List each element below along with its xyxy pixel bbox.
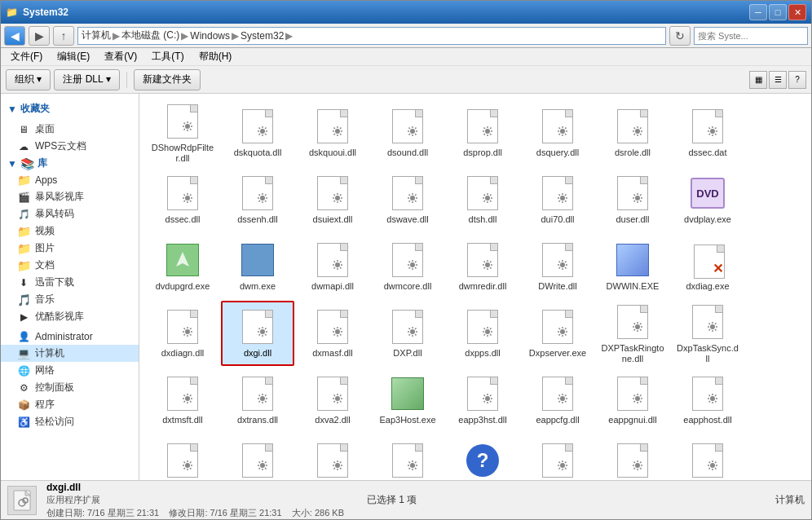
file-item[interactable]: duser.dll <box>596 167 669 232</box>
up-button[interactable]: ↑ <box>53 26 74 46</box>
file-item[interactable]: DShowRdpFilter.dll <box>146 100 219 165</box>
programs-icon: 📦 <box>17 399 30 412</box>
close-button[interactable]: ✕ <box>788 4 806 20</box>
sidebar-item-desktop[interactable]: 🖥 桌面 <box>1 121 139 138</box>
file-item[interactable]: dui70.dll <box>521 167 594 232</box>
file-item[interactable]: ✕ dxdiag.exe <box>671 234 744 299</box>
file-icon <box>313 240 352 280</box>
file-item[interactable]: EAPQEC.DLL <box>221 434 294 480</box>
file-item[interactable]: ? EDIT.HLP <box>446 434 519 480</box>
maximize-button[interactable]: □ <box>769 4 787 20</box>
file-item[interactable]: edlin.exe <box>521 434 594 480</box>
file-item[interactable]: efsadu.dll <box>596 434 669 480</box>
file-item[interactable]: dxpps.dll <box>446 301 519 366</box>
sidebar-item-programs[interactable]: 📦 程序 <box>1 396 139 413</box>
path-part-1[interactable]: 计算机 <box>82 29 111 42</box>
file-item[interactable]: dsprop.dll <box>446 100 519 165</box>
forward-button[interactable]: ▶ <box>29 26 50 46</box>
sidebar-music-label: 音乐 <box>35 293 55 306</box>
file-item[interactable]: dswave.dll <box>371 167 444 232</box>
svg-point-8 <box>185 196 190 201</box>
file-item[interactable]: DVD dvdplay.exe <box>671 167 744 232</box>
new-folder-button[interactable]: 新建文件夹 <box>134 69 201 90</box>
address-path[interactable]: 计算机 ▶ 本地磁盘 (C:) ▶ Windows ▶ System32 ▶ <box>77 27 666 45</box>
minimize-button[interactable]: ─ <box>749 4 767 20</box>
file-item[interactable]: dxdiagn.dll <box>146 301 219 366</box>
file-item[interactable]: DXP.dll <box>371 301 444 366</box>
file-item[interactable]: dwm.exe <box>221 234 294 299</box>
file-item[interactable]: dssec.dll <box>146 167 219 232</box>
sidebar-item-accessibility[interactable]: ♿ 轻松访问 <box>1 413 139 430</box>
sidebar-item-youku[interactable]: ▶ 优酷影视库 <box>1 308 139 325</box>
view-icon-button[interactable]: ▦ <box>749 71 767 89</box>
file-item[interactable]: eapphost.dll <box>671 368 744 433</box>
file-item[interactable]: eapp3hst.dll <box>446 368 519 433</box>
file-item[interactable]: eappcfg.dll <box>521 368 594 433</box>
file-item[interactable]: dxmasf.dll <box>296 301 369 366</box>
file-item[interactable]: eapsvc.dll <box>296 434 369 480</box>
path-part-4[interactable]: System32 <box>241 30 284 42</box>
sidebar-item-downloads[interactable]: ⬇ 迅雷下载 <box>1 274 139 291</box>
refresh-button[interactable]: ↻ <box>669 26 691 46</box>
wps-icon: ☁ <box>17 140 30 153</box>
file-item[interactable]: DWWIN.EXE <box>596 234 669 299</box>
file-item[interactable]: dssenh.dll <box>221 167 294 232</box>
view-list-button[interactable]: ☰ <box>769 71 787 89</box>
file-item[interactable]: dxgi.dll <box>221 301 294 366</box>
file-item[interactable]: Eap3Host.exe <box>371 368 444 433</box>
file-name: DXP.dll <box>393 348 421 359</box>
sidebar-item-documents[interactable]: 📁 文档 <box>1 257 139 274</box>
file-item[interactable]: dxtmsft.dll <box>146 368 219 433</box>
menu-tools[interactable]: 工具(T) <box>145 48 190 65</box>
file-item[interactable]: dsrole.dll <box>596 100 669 165</box>
organize-button[interactable]: 组织 ▾ <box>6 69 51 90</box>
file-item[interactable]: dxtrans.dll <box>221 368 294 433</box>
file-item[interactable]: DWrite.dll <box>521 234 594 299</box>
sidebar-item-baofeng-music[interactable]: 🎵 暴风转码 <box>1 205 139 223</box>
menu-file[interactable]: 文件(F) <box>4 48 49 65</box>
help-toolbar-button[interactable]: ? <box>788 71 806 89</box>
file-item[interactable]: dwmredir.dll <box>446 234 519 299</box>
file-item[interactable]: eappgnui.dll <box>596 368 669 433</box>
register-dll-button[interactable]: 注册 DLL ▾ <box>54 69 119 90</box>
file-icon <box>688 107 727 146</box>
file-item[interactable]: dxva2.dll <box>296 368 369 433</box>
file-icon <box>688 374 727 413</box>
sidebar-item-video[interactable]: 📁 视频 <box>1 223 139 240</box>
sidebar-item-administrator[interactable]: 👤 Administrator <box>1 328 139 345</box>
file-item[interactable]: dsuiext.dll <box>296 167 369 232</box>
sidebar-item-network[interactable]: 🌐 网络 <box>1 362 139 379</box>
sidebar-section-header-library[interactable]: ▼ 📚 库 <box>1 155 139 172</box>
sidebar-item-baofeng-video[interactable]: 🎬 暴风影视库 <box>1 188 139 205</box>
path-part-2[interactable]: 本地磁盘 (C:) <box>121 29 179 42</box>
sidebar-section-header-favorites[interactable]: ▼ 收藏夹 <box>1 100 139 117</box>
menu-edit[interactable]: 编辑(E) <box>51 48 96 65</box>
path-part-3[interactable]: Windows <box>190 30 230 42</box>
sidebar-item-music[interactable]: 🎵 音乐 <box>1 291 139 308</box>
file-item[interactable]: dvdupgrd.exe <box>146 234 219 299</box>
search-box[interactable]: 🔍 <box>694 27 808 45</box>
file-item[interactable]: DXPTaskRingtone.dll <box>596 301 669 366</box>
file-item[interactable]: dskquota.dll <box>221 100 294 165</box>
search-input[interactable] <box>698 31 810 41</box>
sidebar-item-control-panel[interactable]: ⚙ 控制面板 <box>1 379 139 396</box>
sidebar-item-images[interactable]: 📁 图片 <box>1 240 139 257</box>
file-item[interactable]: efscore.dll <box>671 434 744 480</box>
menu-view[interactable]: 查看(V) <box>98 48 143 65</box>
sidebar-item-apps[interactable]: 📁 Apps <box>1 172 139 188</box>
file-item[interactable]: dsquery.dll <box>521 100 594 165</box>
sidebar-item-computer[interactable]: 💻 计算机 <box>1 345 139 362</box>
sidebar-item-wps[interactable]: ☁ WPS云文档 <box>1 138 139 155</box>
file-item[interactable]: dwmcore.dll <box>371 234 444 299</box>
back-button[interactable]: ◀ <box>4 26 25 46</box>
file-item[interactable]: dssec.dat <box>671 100 744 165</box>
file-item[interactable]: dsound.dll <box>371 100 444 165</box>
file-item[interactable]: eappprxy.dll <box>146 434 219 480</box>
file-item[interactable]: dtsh.dll <box>446 167 519 232</box>
file-item[interactable]: dskquoui.dll <box>296 100 369 165</box>
menu-help[interactable]: 帮助(H) <box>192 48 239 65</box>
file-item[interactable]: edit.com <box>371 434 444 480</box>
file-item[interactable]: Dxpserver.exe <box>521 301 594 366</box>
file-item[interactable]: dwmapi.dll <box>296 234 369 299</box>
file-item[interactable]: DxpTaskSync.dll <box>671 301 744 366</box>
